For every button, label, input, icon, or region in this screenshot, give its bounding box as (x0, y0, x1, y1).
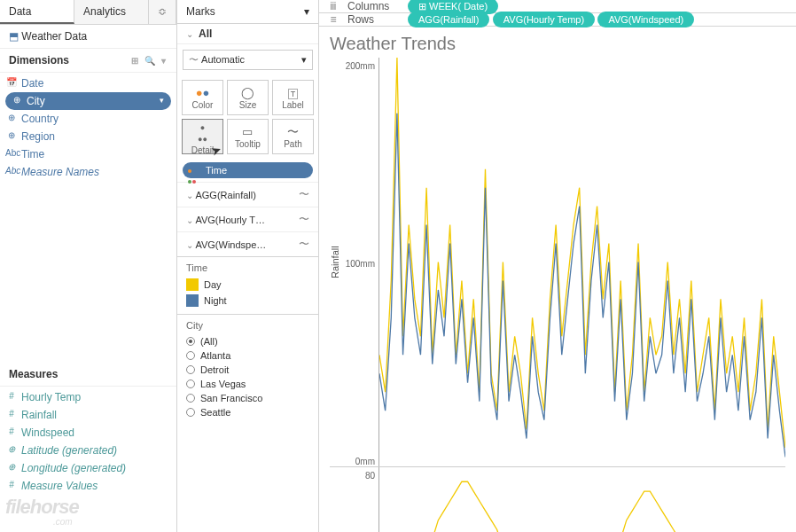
city-label: Atlanta (200, 350, 230, 361)
radio-icon (186, 379, 195, 388)
city-radio[interactable]: Atlanta (186, 348, 309, 363)
field-icon: ⊕ (5, 462, 18, 472)
dimension-city[interactable]: ⊕City▾ (5, 92, 171, 110)
y-tick: 100mm (346, 259, 375, 269)
y-tick: 200mm (346, 61, 375, 71)
pane-tabs: Data Analytics ≎ (0, 0, 176, 25)
dimension-country[interactable]: ⊕Country (0, 110, 176, 128)
line-icon: 〜 (299, 237, 309, 252)
dimension-measure-names[interactable]: AbcMeasure Names (0, 163, 176, 181)
city-radio[interactable]: Las Vegas (186, 377, 309, 391)
tab-data[interactable]: Data (0, 0, 74, 24)
dimension-time[interactable]: AbcTime (0, 145, 176, 163)
y-axis-label: Rainfall (330, 58, 344, 466)
button-label: Tooltip (235, 139, 261, 149)
viz-title[interactable]: Weather Trends (330, 34, 785, 54)
y-ticks: 200mm100mm0mm (344, 58, 379, 466)
button-label: Detail (191, 145, 215, 155)
measure-latitude-generated-[interactable]: ⊕Latitude (generated) (0, 442, 176, 459)
dropdown-icon: ▾ (160, 96, 164, 105)
color-dots-icon (188, 164, 197, 185)
datasource[interactable]: ⬒ Weather Data (0, 25, 176, 49)
color-button[interactable]: ●●Color (182, 80, 223, 115)
chevron-icon: ⌄ (186, 240, 193, 250)
marks-title: Marks (186, 5, 215, 18)
legend-label: Night (204, 295, 227, 306)
size-icon: ◯ (241, 87, 254, 98)
tab-dropdown[interactable]: ≎ (149, 0, 176, 24)
marks-all-label: All (199, 27, 212, 40)
measure-measure-values[interactable]: #Measure Values (0, 477, 176, 495)
field-icon: ⊕ (5, 113, 18, 122)
measure-longitude-generated-[interactable]: ⊕Longitude (generated) (0, 459, 176, 477)
radio-icon (186, 408, 195, 417)
legend-item[interactable]: Day (186, 277, 309, 293)
line-icon: 〜 (189, 54, 199, 65)
measures-header: Measures (0, 363, 176, 387)
city-radio[interactable]: Seattle (186, 405, 309, 419)
measure-windspeed[interactable]: #Windspeed (0, 424, 176, 442)
detail-icon: ●●● (198, 121, 207, 144)
dimensions-list: 📅Date⊕City▾⊕Country⊕RegionAbcTimeAbcMeas… (0, 73, 176, 183)
field-icon: ⊕ (5, 444, 18, 454)
measures-list: #Hourly Temp#Rainfall#Windspeed⊕Latitude… (0, 387, 176, 497)
chevron-icon: ⌄ (186, 215, 193, 225)
dimension-region[interactable]: ⊕Region (0, 128, 176, 145)
time-pill[interactable]: Time (183, 162, 313, 178)
tab-analytics[interactable]: Analytics (74, 0, 149, 24)
watermark-sub: .com (53, 517, 73, 527)
chart-rainfall[interactable]: Rainfall200mm100mm0mm (330, 58, 785, 467)
y-axis-label: Hourly Temp (330, 467, 344, 532)
detail-button[interactable]: ●●●Detail (182, 119, 223, 154)
marks-header: Marks ▾ (177, 0, 318, 24)
mark-shelf[interactable]: ⌄ AVG(Hourly T…〜 (177, 207, 318, 231)
mark-shelf[interactable]: ⌄ AGG(Rainfall)〜 (177, 182, 318, 207)
mark-shelf[interactable]: ⌄ AVG(Windspe…〜 (177, 231, 318, 256)
row-pill[interactable]: AVG(Hourly Temp) (493, 12, 595, 27)
time-legend-items: DayNight (186, 277, 309, 309)
button-label: Color (192, 100, 214, 110)
columns-icon: ⅲ (326, 0, 340, 12)
time-pill-label: Time (206, 165, 227, 176)
chevron-down-icon: ⌄ (186, 29, 193, 39)
marks-caret[interactable]: ▾ (304, 5, 309, 18)
legend-label: Day (204, 279, 222, 290)
path-button[interactable]: 〜Path (272, 119, 314, 154)
line-icon: 〜 (299, 212, 309, 227)
size-button[interactable]: ◯Size (227, 80, 269, 115)
measure-hourly-temp[interactable]: #Hourly Temp (0, 388, 176, 406)
tooltip-button[interactable]: ▭Tooltip (227, 119, 269, 154)
dimension-date[interactable]: 📅Date (0, 74, 176, 92)
measure-rainfall[interactable]: #Rainfall (0, 406, 176, 424)
radio-icon (186, 351, 195, 360)
field-icon: ⊕ (11, 95, 23, 105)
city-radio[interactable]: Detroit (186, 363, 309, 377)
city-label: San Francisco (200, 393, 262, 403)
row-pill[interactable]: AVG(Windspeed) (597, 12, 694, 27)
city-radio[interactable]: San Francisco (186, 391, 309, 405)
label-button[interactable]: TLabel (272, 80, 314, 115)
charts-container: Rainfall200mm100mm0mmHourly Temp80604020… (330, 58, 785, 532)
city-radio[interactable]: (All) (186, 334, 309, 348)
shelf-label: AVG(Hourly T… (195, 215, 264, 225)
marks-all[interactable]: ⌄ All (177, 24, 318, 44)
chart-hourly-temp[interactable]: Hourly Temp806040200 (330, 467, 785, 532)
legend-item[interactable]: Night (186, 293, 309, 309)
rows-shelf[interactable]: ≡ Rows AGG(Rainfall) AVG(Hourly Temp) AV… (319, 13, 796, 27)
time-legend-title: Time (186, 262, 309, 273)
tooltip-icon: ▭ (242, 126, 253, 137)
field-icon: # (5, 480, 18, 489)
time-legend: Time DayNight (177, 256, 318, 314)
rows-icon: ≡ (326, 13, 340, 26)
shelf-label: AGG(Rainfall) (195, 190, 255, 200)
city-filter: City (All)AtlantaDetroitLas VegasSan Fra… (177, 314, 318, 532)
dimensions-tools[interactable]: ⊞ 🔍 ▾ (131, 56, 168, 66)
color-shelf-pill: Time (177, 159, 318, 182)
marks-pane: Marks ▾ ⌄ All 〜 Automatic ▾ ●●Color◯Size… (177, 0, 319, 532)
color-swatch (186, 294, 199, 307)
data-pane: Data Analytics ≎ ⬒ Weather Data Dimensio… (0, 0, 177, 532)
mark-type-select[interactable]: 〜 Automatic ▾ (183, 50, 313, 70)
city-label: (All) (200, 336, 218, 347)
row-pill[interactable]: AGG(Rainfall) (408, 12, 489, 27)
chevron-icon: ⌄ (186, 191, 193, 200)
